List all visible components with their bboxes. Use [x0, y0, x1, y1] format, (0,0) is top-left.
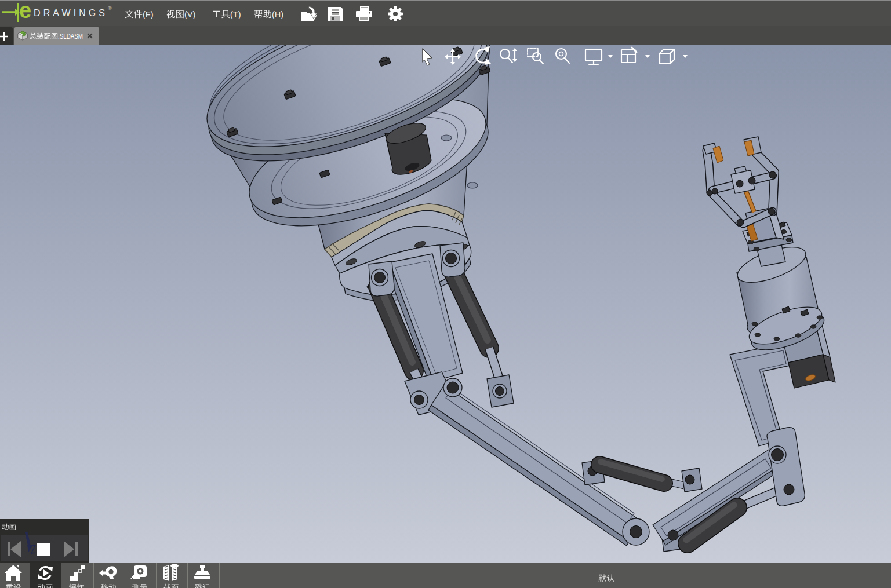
svg-text:e: e	[19, 0, 31, 23]
svg-text:(V): (V)	[184, 10, 195, 19]
svg-text:(F): (F)	[143, 10, 154, 19]
svg-text:®: ®	[108, 5, 112, 11]
svg-text:(T): (T)	[230, 10, 241, 19]
svg-text:.SLDASM: .SLDASM	[58, 32, 83, 41]
svg-text:DRAWINGS: DRAWINGS	[34, 8, 107, 18]
svg-text:(H): (H)	[272, 10, 283, 19]
